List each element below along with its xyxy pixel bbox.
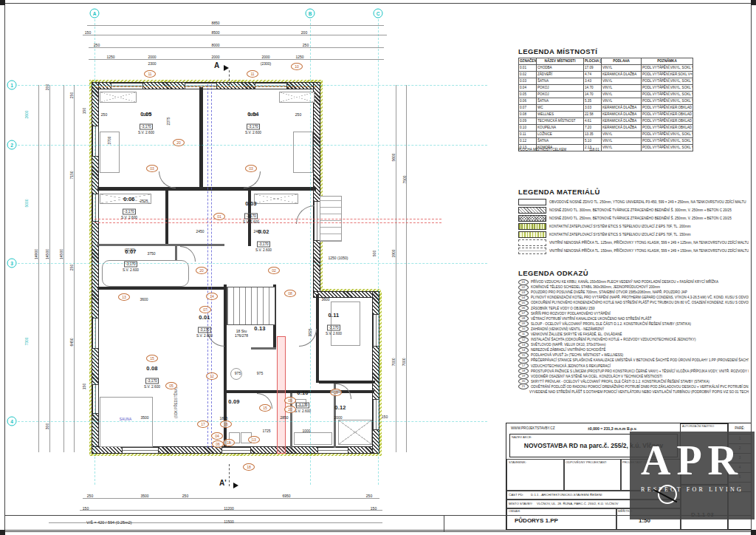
dimension: 6450 bbox=[70, 338, 74, 346]
room-clear-height: S.V. 2.600 bbox=[144, 385, 160, 389]
grid-axis-1: 1 bbox=[7, 81, 17, 90]
room-clear-height: S.V. 2.600 bbox=[245, 131, 261, 135]
room-label-0.01: 0.01-3,170S.V. 2.600 bbox=[196, 314, 213, 338]
dimension: 8000 bbox=[211, 44, 219, 47]
ref-bubble-20: 20 bbox=[173, 139, 185, 146]
room-number: 0.11 bbox=[326, 312, 342, 318]
dimension: 150 bbox=[83, 108, 86, 114]
dimension: 975 bbox=[257, 372, 263, 375]
dimension: 2300 bbox=[148, 62, 156, 66]
dimension: 8850 bbox=[211, 21, 219, 25]
dimension: 3825 bbox=[309, 328, 312, 336]
dimension: 150 bbox=[83, 384, 86, 389]
ref-bubble-09: 09 bbox=[284, 397, 296, 404]
dimension: 250 bbox=[70, 265, 74, 270]
ref-bubble-20: 20 bbox=[196, 267, 207, 274]
dimension: 1725 bbox=[262, 429, 270, 433]
drawing-sheet: A A' SAUNA (SDK PŘEDSTĚNA) 18 Stu 176/27… bbox=[0, 0, 756, 535]
room-label-0.10: 0.10-3,170S.V. 2.600 bbox=[295, 389, 311, 414]
room-level: -3,170 bbox=[198, 327, 211, 333]
dimension: 2525 bbox=[140, 200, 148, 203]
dimension: 3500 bbox=[140, 494, 148, 498]
ref-bubble-06: 06 bbox=[212, 440, 224, 448]
dimension: 250 bbox=[295, 113, 301, 117]
dimension: 2000 bbox=[148, 55, 156, 59]
dimension: 150 bbox=[371, 507, 377, 511]
dimension: 11200 bbox=[224, 507, 234, 511]
ref-bubble-12: 12 bbox=[206, 372, 218, 380]
dimension: (2300) bbox=[261, 62, 271, 66]
ref-bubble-04: 04 bbox=[211, 432, 223, 440]
dimension: 14900 bbox=[35, 249, 38, 259]
room-level: -3,170 bbox=[244, 214, 258, 219]
dimension: 200 bbox=[46, 84, 49, 90]
dimension: 1250 bbox=[295, 55, 303, 59]
dimension: 1250 (1050) bbox=[329, 256, 348, 260]
ref-bubble-02: 02 bbox=[268, 267, 280, 274]
dimension: 200 bbox=[301, 31, 307, 35]
dimension: 3875 bbox=[142, 113, 151, 117]
ref-bubble-03: 03 bbox=[330, 389, 342, 396]
grid-axis-2: 2 bbox=[7, 140, 17, 150]
corner-mark bbox=[0, 0, 5, 5]
ref-bubble-03: 03 bbox=[245, 165, 257, 172]
ref-bubble-15: 15 bbox=[259, 404, 271, 412]
grid-line-A bbox=[94, 19, 95, 485]
grid-axis-C: C bbox=[374, 9, 383, 18]
room-number: 0.06 bbox=[121, 196, 137, 202]
dimension: 300 bbox=[46, 423, 49, 429]
room-level: -3,170 bbox=[327, 325, 340, 331]
dimension: 11500 bbox=[224, 520, 234, 524]
room-number: 0.12 bbox=[334, 404, 346, 411]
dimension: 250 bbox=[182, 494, 188, 498]
dimension: 7000 bbox=[392, 358, 396, 366]
grid-axis-A: A bbox=[90, 9, 100, 18]
room-level: -3,170 bbox=[247, 124, 260, 130]
dimension: 250 bbox=[70, 92, 74, 98]
room-clear-height: S.V. 2.600 bbox=[326, 332, 342, 336]
dimension: 2375 bbox=[167, 117, 171, 125]
grid-axis-3: 3 bbox=[7, 259, 17, 268]
ref-bubble-10: 10 bbox=[291, 63, 303, 70]
corner-mark bbox=[0, 530, 5, 535]
dimension: 150 bbox=[382, 415, 388, 419]
grid-line-3 bbox=[18, 263, 487, 264]
dimension: 1000 bbox=[302, 429, 310, 433]
ref-bubble-13: 13 bbox=[118, 293, 130, 301]
ref-bubble-13: 13 bbox=[248, 436, 260, 443]
dimension: 250 bbox=[94, 44, 100, 47]
dimension: 6950 bbox=[282, 494, 290, 498]
dimension: 250 bbox=[366, 494, 372, 498]
dimension: 2400 bbox=[253, 230, 261, 234]
dimension: 250 bbox=[303, 44, 309, 47]
apr-logo-text: APR bbox=[630, 436, 755, 485]
room-label-0.08: 0.08-3,170S.V. 2.600 bbox=[144, 365, 160, 389]
grid-axis-B: B bbox=[306, 9, 315, 18]
corner-mark bbox=[751, 0, 756, 5]
apr-watermark: APR RESPECT FOR LIVING bbox=[630, 432, 755, 519]
grid-line-1 bbox=[18, 85, 487, 86]
ref-bubble-14: 14 bbox=[206, 293, 218, 300]
dimension: 2000 bbox=[261, 55, 269, 59]
grid-axis-4: 4 bbox=[7, 417, 17, 426]
grid-line-C bbox=[378, 19, 379, 485]
dimension: 1900 bbox=[392, 249, 396, 257]
room-label-0.11: 0.11-3,170S.V. 2.600 bbox=[326, 312, 342, 336]
room-level: -3,170 bbox=[123, 209, 136, 215]
ref-bubble-03: 03 bbox=[146, 165, 158, 172]
room-clear-height: S.V. 2.600 bbox=[138, 131, 154, 135]
room-number: 0.10 bbox=[295, 389, 311, 396]
room-label-0.06: 0.06-3,170S.V. 2.600 bbox=[121, 196, 137, 220]
ref-bubble-11: 11 bbox=[247, 70, 258, 78]
dimension: 975 bbox=[235, 372, 241, 375]
dimension: 7300 bbox=[25, 337, 29, 345]
room-number: 0.09 bbox=[228, 398, 239, 405]
room-number: 0.03 bbox=[243, 200, 259, 207]
dimension: 7500 bbox=[403, 175, 407, 183]
dimension: 250 bbox=[87, 494, 93, 498]
room-clear-height: S.V. 2.600 bbox=[196, 334, 213, 338]
dimension: 14500 bbox=[46, 249, 49, 259]
room-clear-height: S.V. 2.600 bbox=[255, 248, 272, 253]
ref-bubble-01: 01 bbox=[213, 213, 225, 220]
room-number: 0.13 bbox=[254, 325, 265, 332]
